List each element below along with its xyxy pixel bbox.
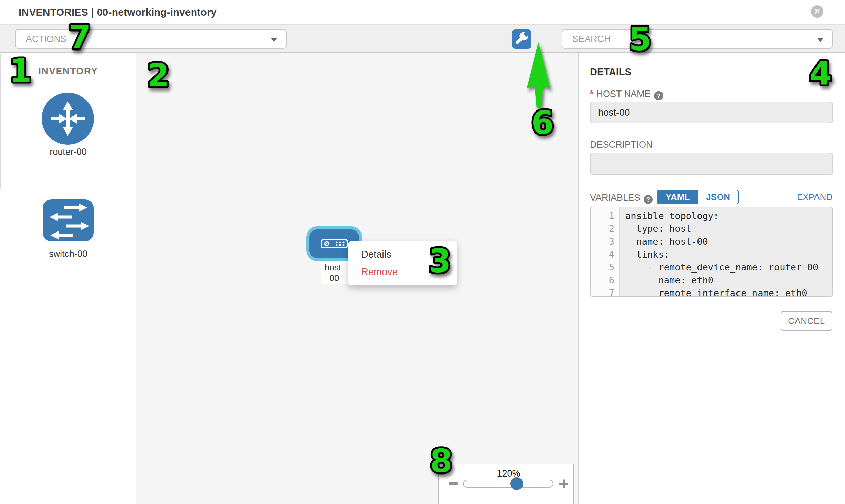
variables-format-toggle: YAML JSON [657, 190, 739, 204]
switch-icon [43, 237, 93, 242]
header: INVENTORIES | 00-networking-inventory ✕ [0, 0, 845, 24]
cancel-button[interactable]: CANCEL [780, 311, 832, 331]
line-number: 5 [591, 261, 619, 274]
router-icon [42, 140, 94, 146]
zoom-level-value: 120% [468, 468, 549, 479]
description-label: DESCRIPTION [590, 140, 653, 150]
host-name-input[interactable] [590, 102, 833, 123]
breadcrumb-separator: | [91, 6, 94, 18]
palette-item-router[interactable] [42, 92, 94, 145]
help-icon[interactable]: ? [644, 195, 653, 204]
code-line: name: eth0 [625, 274, 833, 287]
palette-item-router-label: router-00 [0, 147, 136, 157]
chevron-down-icon [271, 38, 277, 42]
chevron-down-icon [817, 38, 823, 42]
help-icon[interactable]: ? [654, 91, 663, 100]
inventory-topology-screen: INVENTORIES | 00-networking-inventory ✕ … [0, 0, 845, 504]
palette-item-switch[interactable] [43, 199, 93, 241]
breadcrumb-item: 00-networking-inventory [97, 6, 217, 18]
code-line: remote_interface_name: eth0 [625, 287, 833, 297]
description-input[interactable] [590, 152, 833, 175]
host-name-label: *HOST NAME? [590, 89, 663, 100]
wrench-icon [512, 44, 531, 50]
line-number: 2 [591, 222, 619, 235]
configure-topology-button[interactable] [512, 30, 531, 49]
zoom-slider-handle[interactable] [510, 477, 523, 490]
variables-code-editor[interactable]: 1 2 3 4 5 6 7 ansible_topology: type: ho… [590, 207, 833, 297]
inventory-palette-sidebar: INVENTORY router-00 [0, 53, 136, 504]
required-marker: * [590, 89, 594, 99]
sidebar-heading: INVENTORY [0, 66, 136, 77]
node-context-menu: Details Remove [348, 241, 457, 285]
line-number: 1 [591, 210, 619, 222]
palette-item-switch-label: switch-00 [0, 249, 136, 259]
context-menu-item-details[interactable]: Details [361, 249, 391, 260]
code-line: links: [625, 248, 833, 261]
breadcrumb-section: INVENTORIES [19, 6, 88, 18]
line-number: 4 [591, 248, 619, 261]
line-number: 7 [591, 287, 619, 297]
expand-link[interactable]: EXPAND [797, 192, 832, 202]
code-line: name: host-00 [625, 235, 833, 248]
actions-dropdown-label: ACTIONS [26, 34, 67, 44]
search-dropdown[interactable]: SEARCH [562, 29, 833, 49]
host-icon [321, 239, 348, 250]
search-dropdown-label: SEARCH [573, 34, 611, 44]
tab-json[interactable]: JSON [698, 191, 738, 204]
details-panel: DETAILS *HOST NAME? DESCRIPTION VARIABLE… [578, 53, 845, 504]
code-line: ansible_topology: [625, 210, 833, 222]
code-editor-content[interactable]: ansible_topology: type: host name: host-… [620, 210, 833, 297]
toolbar: ACTIONS [0, 24, 845, 53]
close-icon[interactable]: ✕ [811, 5, 823, 18]
line-number: 3 [591, 235, 619, 248]
code-line: - remote_device_name: router-00 [625, 261, 833, 274]
context-menu-item-remove[interactable]: Remove [361, 266, 398, 277]
zoom-in-button[interactable]: + [559, 475, 569, 492]
variables-label: VARIABLES? [590, 193, 653, 204]
actions-dropdown[interactable]: ACTIONS [15, 29, 286, 49]
tab-yaml[interactable]: YAML [657, 191, 698, 204]
zoom-out-button[interactable] [448, 482, 458, 485]
page-title: INVENTORIES | 00-networking-inventory [19, 0, 217, 24]
code-editor-gutter: 1 2 3 4 5 6 7 [591, 208, 620, 297]
topology-canvas[interactable]: host-00 Details Remove 120% + [136, 53, 578, 504]
line-number: 6 [591, 274, 619, 287]
details-heading: DETAILS [590, 67, 631, 78]
host-node-label: host-00 [321, 261, 348, 284]
zoom-control-panel: 120% + [438, 464, 574, 504]
code-line: type: host [625, 222, 833, 235]
zoom-slider-track[interactable] [463, 480, 553, 488]
